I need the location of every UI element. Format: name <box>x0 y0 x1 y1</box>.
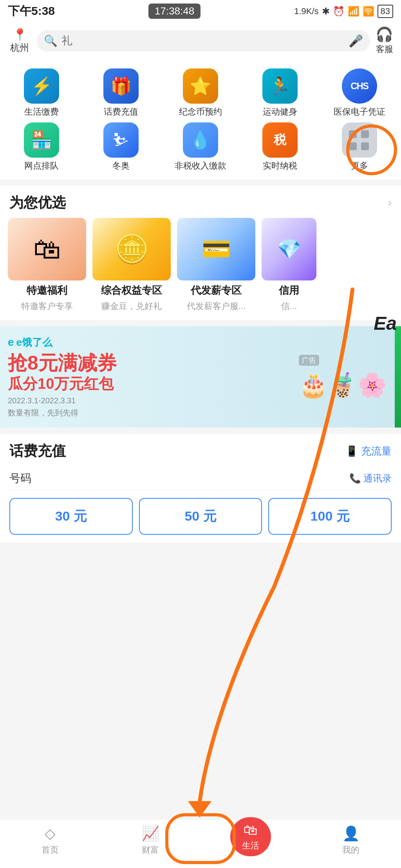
promo-img-quanyi: 🪙 <box>92 218 171 280</box>
mine-icon: 👤 <box>342 825 360 842</box>
home-label: 首页 <box>42 844 59 856</box>
service-yundong-jianshen[interactable]: 🏃 运动健身 <box>242 68 318 117</box>
banner-main: e e饿了么 抢8元满减券 瓜分10万元红包 2022.3.1-2022.3.3… <box>0 326 395 428</box>
network-speed: 1.9K/s <box>294 6 318 16</box>
amount-100[interactable]: 100 元 <box>268 498 392 535</box>
banner-note: 数量有限，先到先得 <box>8 408 117 418</box>
recharge-section: 话费充值 📱 充流量 号码 📞 通讯录 30 元 50 元 100 元 <box>0 434 401 543</box>
status-time: 下午5:38 <box>8 3 55 19</box>
divider-2 <box>0 323 401 326</box>
dongao-label: 冬奥 <box>112 161 130 171</box>
recharge-title: 话费充值 <box>9 442 66 461</box>
service-huafei-chongzhi[interactable]: 🎁 话费充值 <box>83 68 159 117</box>
nav-home[interactable]: ◇ 首页 <box>19 825 81 856</box>
service-shishi-nashui[interactable]: 税 实时纳税 <box>242 122 318 171</box>
search-bar[interactable]: 🔍 🎤 <box>37 30 370 52</box>
gengduo-icon <box>342 122 377 158</box>
recharge-right-btn[interactable]: 📱 充流量 <box>345 444 392 458</box>
services-grid-row1: ⚡ 生活缴费 🎁 话费充值 ⭐ 纪念币预约 🏃 运动健身 <box>0 61 401 121</box>
promo-title-quanyi: 综合权益专区 <box>101 284 162 297</box>
svg-marker-0 <box>188 801 211 818</box>
wealth-icon: 📈 <box>142 825 159 842</box>
youxuan-more[interactable]: › <box>388 196 392 209</box>
location-selector[interactable]: 📍 杭州 <box>8 28 31 54</box>
microphone-icon[interactable]: 🎤 <box>349 34 363 48</box>
service-gengduo[interactable]: 更多 <box>322 122 397 171</box>
youxuan-header: 为您优选 › <box>0 185 401 218</box>
banner-section[interactable]: e e饿了么 抢8元满减券 瓜分10万元红包 2022.3.1-2022.3.3… <box>0 326 401 428</box>
wealth-label: 财富 <box>142 844 159 856</box>
service-dongao[interactable]: ⛷ 冬奥 <box>83 122 159 171</box>
promo-card-quanyi[interactable]: 🪙 综合权益专区 赚金豆，兑好礼 <box>92 218 171 312</box>
headphone-icon: 🎧 <box>376 26 393 43</box>
promo-cards-container: 🛍 特邀福利 特邀客户专享 🪙 综合权益专区 赚金豆，兑好礼 💳 代发薪专区 代… <box>0 218 401 320</box>
huafei-label: 话费充值 <box>104 107 138 117</box>
flow-label: 充流量 <box>361 444 392 458</box>
divider-1 <box>0 182 401 185</box>
service-wangdian-paidui[interactable]: 🏪 网点排队 <box>4 122 79 171</box>
life-icon: 🛍 <box>244 822 258 838</box>
yibao-icon: CHS <box>342 68 377 104</box>
shuishou-icon: 税 <box>262 122 298 158</box>
amount-30[interactable]: 30 元 <box>9 498 133 535</box>
nav-mine[interactable]: 👤 我的 <box>320 825 382 856</box>
search-input[interactable] <box>61 34 345 47</box>
service-jinianbi-yuyue[interactable]: ⭐ 纪念币预约 <box>163 68 238 117</box>
service-shenghuo-jiaofei[interactable]: ⚡ 生活缴费 <box>4 68 79 117</box>
mine-label: 我的 <box>342 844 359 856</box>
wangdian-label: 网点排队 <box>24 161 59 171</box>
services-grid-row2: 🏪 网点排队 ⛷ 冬奥 💧 非税收入缴款 税 实时纳税 <box>0 121 401 179</box>
promo-card-xinyong[interactable]: 💎 信用 信... <box>262 218 316 312</box>
life-label: 生活 <box>242 840 259 852</box>
app-header: 📍 杭州 🔍 🎤 🎧 客服 <box>0 22 401 61</box>
banner-brand: e e饿了么 <box>8 336 117 349</box>
nav-wealth[interactable]: 📈 财富 <box>119 825 182 856</box>
wangdian-icon: 🏪 <box>24 122 59 158</box>
youxuan-section: 为您优选 › 🛍 特邀福利 特邀客户专享 🪙 综合权益专区 赚金豆，兑好礼 <box>0 185 401 320</box>
wifi-icon: 🛜 <box>363 6 374 17</box>
ea-badge: Ea <box>369 304 401 343</box>
signal-icon: 📶 <box>348 6 359 17</box>
jinianbi-label: 纪念币预约 <box>179 107 222 117</box>
yibao-label: 医保电子凭证 <box>334 107 385 117</box>
promo-card-daifa[interactable]: 💳 代发薪专区 代发薪客户服... <box>177 218 255 312</box>
feishui-icon: 💧 <box>183 122 218 158</box>
ad-badge: 广告 <box>299 355 319 366</box>
service-label: 客服 <box>376 43 393 55</box>
status-bar: 下午5:38 17:38:48 1.9K/s ✱ ⏰ 📶 🛜 83 <box>0 0 401 22</box>
contacts-button[interactable]: 📞 通讯录 <box>349 472 392 485</box>
customer-service-button[interactable]: 🎧 客服 <box>376 26 393 55</box>
status-icons: 1.9K/s ✱ ⏰ 📶 🛜 83 <box>294 5 393 18</box>
service-yibao-pingzheng[interactable]: CHS 医保电子凭证 <box>322 68 397 117</box>
contacts-label: 通讯录 <box>363 472 392 485</box>
service-feishui-shouru[interactable]: 💧 非税收入缴款 <box>163 122 238 171</box>
shuishou-label: 实时纳税 <box>263 161 297 171</box>
shenghuo-icon: ⚡ <box>24 68 59 104</box>
yundong-icon: 🏃 <box>262 68 298 104</box>
promo-img-xinyong: 💎 <box>262 218 316 280</box>
banner-right: 广告 🎂🧋🌸 <box>299 355 387 399</box>
search-icon: 🔍 <box>44 34 58 47</box>
bottom-spacer <box>0 546 401 593</box>
promo-subtitle-xinyong: 信... <box>281 300 297 312</box>
banner-text: e e饿了么 抢8元满减券 瓜分10万元红包 2022.3.1-2022.3.3… <box>8 336 117 418</box>
banner-date: 2022.3.1-2022.3.31 <box>8 396 117 405</box>
recharge-header: 话费充值 📱 充流量 <box>9 442 392 461</box>
youxuan-title: 为您优选 <box>9 193 66 212</box>
promo-img-daifa: 💳 <box>177 218 255 280</box>
huafei-icon: 🎁 <box>103 68 139 104</box>
promo-card-teyao[interactable]: 🛍 特邀福利 特邀客户专享 <box>8 218 86 312</box>
jinianbi-icon: ⭐ <box>183 68 218 104</box>
promo-subtitle-teyao: 特邀客户专享 <box>21 300 73 312</box>
contacts-icon: 📞 <box>349 473 361 484</box>
nav-life-active[interactable]: 🛍 生活 <box>219 825 282 856</box>
amount-50[interactable]: 50 元 <box>139 498 262 535</box>
banner-sub: 瓜分10万元红包 <box>8 374 117 394</box>
battery-indicator: 83 <box>378 5 393 18</box>
gengduo-label: 更多 <box>351 161 368 171</box>
location-icon: 📍 <box>13 28 27 41</box>
yundong-label: 运动健身 <box>263 107 297 117</box>
location-label: 杭州 <box>10 41 29 54</box>
promo-subtitle-quanyi: 赚金豆，兑好礼 <box>101 300 162 312</box>
services-section: ⚡ 生活缴费 🎁 话费充值 ⭐ 纪念币预约 🏃 运动健身 <box>0 61 401 179</box>
